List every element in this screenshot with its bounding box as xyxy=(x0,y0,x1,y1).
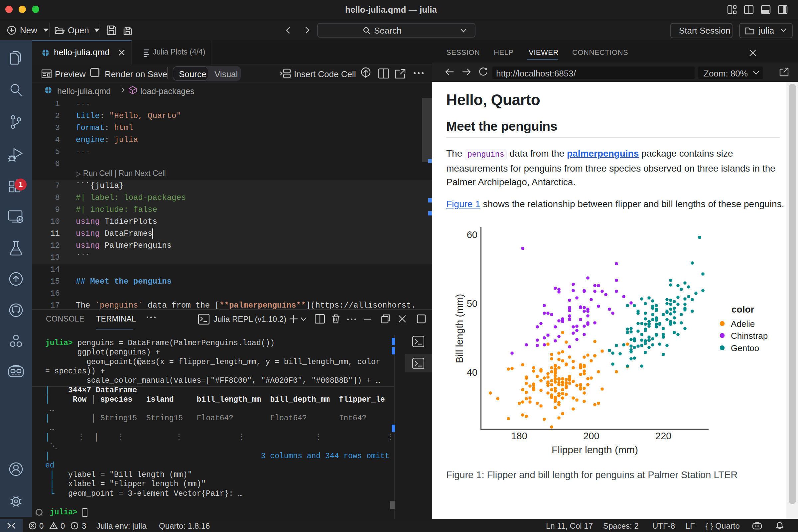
svg-text:60: 60 xyxy=(467,229,477,240)
svg-text:180: 180 xyxy=(511,431,527,441)
svg-text:color: color xyxy=(732,304,755,315)
svg-text:50: 50 xyxy=(467,298,477,309)
svg-text:Flipper length (mm): Flipper length (mm) xyxy=(552,444,638,455)
svg-text:Chinstrap: Chinstrap xyxy=(731,331,768,341)
svg-text:Gentoo: Gentoo xyxy=(731,343,759,353)
svg-text:Bill length (mm): Bill length (mm) xyxy=(454,294,465,363)
svg-text:40: 40 xyxy=(467,367,477,378)
svg-text:Adelie: Adelie xyxy=(731,319,755,329)
svg-text:200: 200 xyxy=(583,431,599,441)
svg-text:220: 220 xyxy=(656,431,671,441)
